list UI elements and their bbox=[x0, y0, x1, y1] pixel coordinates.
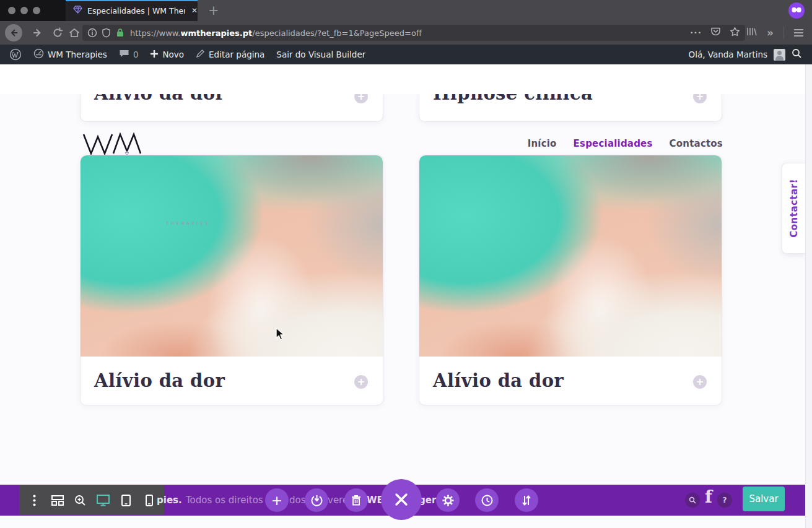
library-icon[interactable] bbox=[746, 27, 757, 39]
card-alivio-da-dor-left: Alívio da dor + bbox=[80, 155, 383, 405]
footer-text-fragment: dos bbox=[289, 495, 306, 506]
new-content-menu-item[interactable]: Novo bbox=[147, 45, 187, 64]
site-name: WM Therapies bbox=[48, 50, 107, 59]
card-caption: Alívio da dor + bbox=[419, 357, 722, 405]
nav-link-inicio[interactable]: Início bbox=[528, 138, 557, 149]
my-sites-icon bbox=[33, 48, 44, 61]
kebab-menu-icon[interactable] bbox=[28, 493, 41, 507]
page-actions-icon[interactable]: ••• bbox=[690, 30, 702, 36]
desktop-view-icon[interactable] bbox=[97, 493, 110, 507]
mouse-cursor bbox=[276, 327, 286, 344]
pencil-icon bbox=[196, 49, 205, 60]
tab-accent-line bbox=[66, 0, 198, 1]
account-greeting[interactable]: Olá, Vanda Martins bbox=[689, 50, 768, 59]
logo-subtitle: THERAPIES bbox=[166, 221, 211, 226]
home-button[interactable] bbox=[69, 27, 80, 38]
page-settings-gear-button[interactable] bbox=[436, 488, 460, 512]
footer-text-fragment: pies. bbox=[157, 495, 182, 506]
toolbar-right-cluster: » bbox=[746, 21, 812, 45]
site-header: THERAPIES Início Especialidades Contacto… bbox=[0, 64, 812, 94]
tablet-view-icon[interactable] bbox=[120, 493, 133, 507]
browser-window: Especialidades | WM Therapies ✕ + https:… bbox=[0, 0, 812, 528]
phone-view-icon[interactable] bbox=[142, 493, 156, 507]
lock-icon[interactable] bbox=[116, 28, 126, 38]
card-alivio-clipped: Alívio da dor + bbox=[80, 93, 383, 122]
site-menu-item[interactable]: WM Therapies bbox=[30, 45, 110, 64]
zoom-out-view-icon[interactable] bbox=[74, 493, 87, 507]
visual-builder-toolbar: pies. Todos os direitos re dos vere WE g… bbox=[0, 485, 812, 516]
card-alivio-da-dor-right: Alívio da dor + bbox=[419, 155, 722, 405]
url-text: https://www.wmtherapies.pt/especialidade… bbox=[130, 28, 690, 38]
url-bar[interactable]: https://www.wmtherapies.pt/especialidade… bbox=[82, 25, 745, 41]
reload-button[interactable] bbox=[52, 27, 63, 38]
close-window-button[interactable] bbox=[8, 7, 15, 14]
portability-arrows-button[interactable] bbox=[515, 488, 538, 512]
therapy-photo bbox=[81, 155, 383, 357]
site-logo[interactable]: THERAPIES bbox=[82, 132, 151, 158]
zoom-window-button[interactable] bbox=[33, 7, 40, 14]
favicon-gem-icon bbox=[73, 5, 82, 17]
comments-count: 0 bbox=[133, 50, 139, 59]
card-hipnose-clipped: Hipnose clínica + bbox=[419, 93, 722, 122]
close-tab-icon[interactable]: ✕ bbox=[191, 6, 198, 15]
toolbar-separator bbox=[784, 27, 784, 39]
scrollbar-track[interactable] bbox=[805, 64, 812, 528]
footer-text-fragment: Todos os direitos re bbox=[186, 495, 275, 506]
expand-card-button[interactable]: + bbox=[693, 375, 707, 389]
avatar[interactable] bbox=[774, 49, 785, 61]
bookmark-star-icon[interactable] bbox=[730, 27, 740, 39]
card-title: Hipnose clínica bbox=[433, 93, 593, 104]
overflow-chevrons-icon[interactable]: » bbox=[767, 27, 774, 39]
wp-logo-icon[interactable] bbox=[6, 45, 25, 64]
new-tab-button[interactable]: + bbox=[208, 2, 219, 19]
help-button[interactable]: ? bbox=[717, 493, 732, 508]
hamburger-menu-icon[interactable] bbox=[794, 27, 803, 38]
therapy-photo bbox=[419, 155, 722, 357]
expand-card-button[interactable]: + bbox=[354, 93, 368, 103]
site-nav: Início Especialidades Contactos bbox=[528, 129, 723, 158]
exit-visual-builder-menu-item[interactable]: Sair do Visual Builder bbox=[273, 45, 369, 64]
pocket-icon[interactable] bbox=[710, 27, 721, 39]
admin-search-icon[interactable] bbox=[792, 48, 802, 61]
wp-admin-bar: WM Therapies 0 Novo Editar página bbox=[0, 45, 812, 64]
facebook-icon[interactable]: f bbox=[705, 487, 712, 507]
contact-tab-button[interactable]: Contactar! bbox=[782, 163, 806, 254]
builder-search-icon[interactable] bbox=[685, 493, 700, 508]
contact-tab-label: Contactar! bbox=[788, 179, 800, 238]
close-builder-controls-button[interactable] bbox=[381, 479, 422, 520]
window-controls bbox=[0, 0, 66, 21]
card-title: Alívio da dor bbox=[94, 370, 225, 391]
back-button[interactable] bbox=[5, 24, 22, 41]
card-title: Alívio da dor bbox=[94, 93, 225, 104]
tab-title: Especialidades | WM Therapies bbox=[87, 6, 185, 15]
save-to-library-button[interactable] bbox=[305, 488, 328, 512]
save-button[interactable]: Salvar bbox=[743, 487, 785, 511]
tracking-protection-shield-icon[interactable] bbox=[102, 28, 111, 38]
comment-bubble-icon bbox=[119, 49, 129, 60]
nav-link-contactos[interactable]: Contactos bbox=[670, 138, 723, 149]
edit-page-menu-item[interactable]: Editar página bbox=[193, 45, 268, 64]
page-info-icon[interactable] bbox=[87, 28, 97, 38]
card-caption: Alívio da dor + bbox=[81, 357, 383, 405]
browser-tab-bar: Especialidades | WM Therapies ✕ + bbox=[0, 0, 812, 21]
plus-icon bbox=[150, 50, 159, 60]
clear-layout-trash-button[interactable] bbox=[344, 488, 368, 512]
nav-link-especialidades[interactable]: Especialidades bbox=[574, 138, 653, 149]
card-title: Alívio da dor bbox=[433, 370, 564, 391]
expand-card-button[interactable]: + bbox=[693, 93, 707, 103]
active-tab[interactable]: Especialidades | WM Therapies ✕ bbox=[66, 0, 198, 21]
container-account-icon[interactable] bbox=[788, 2, 805, 19]
builder-view-tools bbox=[19, 485, 164, 515]
expand-card-button[interactable]: + bbox=[354, 375, 368, 389]
wireframe-view-icon[interactable] bbox=[51, 493, 64, 507]
comments-menu-item[interactable]: 0 bbox=[116, 45, 142, 64]
minimize-window-button[interactable] bbox=[20, 7, 28, 14]
editing-history-clock-button[interactable] bbox=[475, 488, 499, 512]
forward-button[interactable] bbox=[32, 27, 43, 38]
add-module-button[interactable]: + bbox=[265, 488, 289, 512]
